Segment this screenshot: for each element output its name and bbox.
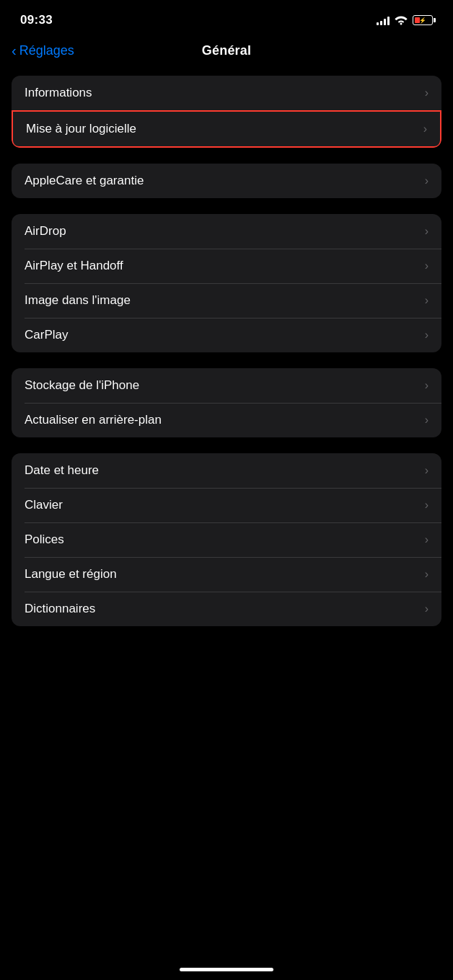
back-label: Réglages bbox=[19, 43, 74, 58]
chevron-right-icon-clavier: › bbox=[425, 499, 428, 512]
settings-item-label-date-heure: Date et heure bbox=[25, 463, 99, 478]
chevron-right-icon-informations: › bbox=[425, 86, 428, 99]
page-wrapper: 09:33 ⚡ ‹ Réglag bbox=[0, 0, 453, 980]
chevron-right-icon-mise-a-jour: › bbox=[423, 122, 427, 135]
settings-item-label-stockage: Stockage de l'iPhone bbox=[25, 378, 139, 393]
chevron-right-icon-airdrop: › bbox=[425, 225, 428, 238]
settings-item-label-airplay: AirPlay et Handoff bbox=[25, 259, 123, 273]
chevron-right-icon-applecare: › bbox=[425, 174, 428, 187]
settings-item-langue-region[interactable]: Langue et région › bbox=[12, 557, 441, 592]
settings-item-label-langue-region: Langue et région bbox=[25, 567, 117, 582]
settings-item-date-heure[interactable]: Date et heure › bbox=[12, 453, 441, 488]
status-bar: 09:33 ⚡ bbox=[0, 0, 453, 37]
nav-header: ‹ Réglages Général bbox=[0, 37, 453, 70]
settings-group-3: AirDrop › AirPlay et Handoff › Image dan… bbox=[12, 214, 441, 352]
chevron-right-icon-dictionnaires: › bbox=[425, 602, 428, 615]
settings-item-label-actualiser: Actualiser en arrière-plan bbox=[25, 413, 162, 427]
settings-item-clavier[interactable]: Clavier › bbox=[12, 488, 441, 522]
charging-bolt-icon: ⚡ bbox=[419, 17, 426, 24]
settings-item-dictionnaires[interactable]: Dictionnaires › bbox=[12, 592, 441, 626]
battery-container: ⚡ bbox=[413, 15, 433, 25]
chevron-right-icon-stockage: › bbox=[425, 379, 428, 392]
signal-bar-1 bbox=[377, 22, 379, 25]
signal-bars-icon bbox=[377, 15, 390, 25]
settings-item-label-image-dans-image: Image dans l'image bbox=[25, 293, 131, 308]
back-chevron-icon: ‹ bbox=[12, 43, 17, 59]
settings-item-label-informations: Informations bbox=[25, 86, 92, 100]
settings-item-label-carplay: CarPlay bbox=[25, 328, 68, 342]
chevron-right-icon-langue-region: › bbox=[425, 568, 428, 581]
signal-bar-3 bbox=[384, 19, 386, 25]
settings-item-informations[interactable]: Informations › bbox=[12, 76, 441, 110]
settings-group-4: Stockage de l'iPhone › Actualiser en arr… bbox=[12, 368, 441, 437]
chevron-right-icon-polices: › bbox=[425, 533, 428, 546]
home-bar bbox=[180, 968, 273, 971]
settings-item-stockage[interactable]: Stockage de l'iPhone › bbox=[12, 368, 441, 403]
home-indicator bbox=[0, 959, 453, 980]
chevron-right-icon-airplay: › bbox=[425, 259, 428, 272]
settings-item-image-dans-image[interactable]: Image dans l'image › bbox=[12, 283, 441, 318]
settings-group-2: AppleCare et garantie › bbox=[12, 164, 441, 198]
back-button[interactable]: ‹ Réglages bbox=[12, 43, 74, 59]
settings-item-airdrop[interactable]: AirDrop › bbox=[12, 214, 441, 249]
settings-item-mise-a-jour[interactable]: Mise à jour logicielle › bbox=[12, 110, 441, 148]
spacer bbox=[0, 648, 453, 959]
battery-icon: ⚡ bbox=[413, 15, 433, 25]
wifi-icon bbox=[395, 15, 408, 25]
settings-group-5: Date et heure › Clavier › Polices › Lang… bbox=[12, 453, 441, 626]
settings-item-airplay[interactable]: AirPlay et Handoff › bbox=[12, 249, 441, 283]
settings-item-label-mise-a-jour: Mise à jour logicielle bbox=[26, 122, 136, 136]
settings-item-label-airdrop: AirDrop bbox=[25, 224, 66, 239]
content: Informations › Mise à jour logicielle › … bbox=[0, 70, 453, 648]
settings-item-label-polices: Polices bbox=[25, 533, 64, 547]
settings-group-1: Informations › Mise à jour logicielle › bbox=[12, 76, 441, 148]
chevron-right-icon-date-heure: › bbox=[425, 464, 428, 477]
signal-bar-2 bbox=[380, 21, 382, 25]
status-icons: ⚡ bbox=[377, 15, 433, 25]
settings-item-polices[interactable]: Polices › bbox=[12, 522, 441, 557]
settings-item-label-applecare: AppleCare et garantie bbox=[25, 174, 144, 188]
chevron-right-icon-actualiser: › bbox=[425, 414, 428, 427]
settings-item-actualiser[interactable]: Actualiser en arrière-plan › bbox=[12, 403, 441, 437]
status-time: 09:33 bbox=[20, 13, 53, 27]
settings-item-label-clavier: Clavier bbox=[25, 498, 63, 512]
settings-item-applecare[interactable]: AppleCare et garantie › bbox=[12, 164, 441, 198]
page-title: Général bbox=[202, 43, 251, 58]
chevron-right-icon-carplay: › bbox=[425, 329, 428, 342]
settings-item-label-dictionnaires: Dictionnaires bbox=[25, 602, 95, 616]
settings-item-carplay[interactable]: CarPlay › bbox=[12, 318, 441, 352]
signal-bar-4 bbox=[387, 17, 390, 25]
chevron-right-icon-image-dans-image: › bbox=[425, 294, 428, 307]
